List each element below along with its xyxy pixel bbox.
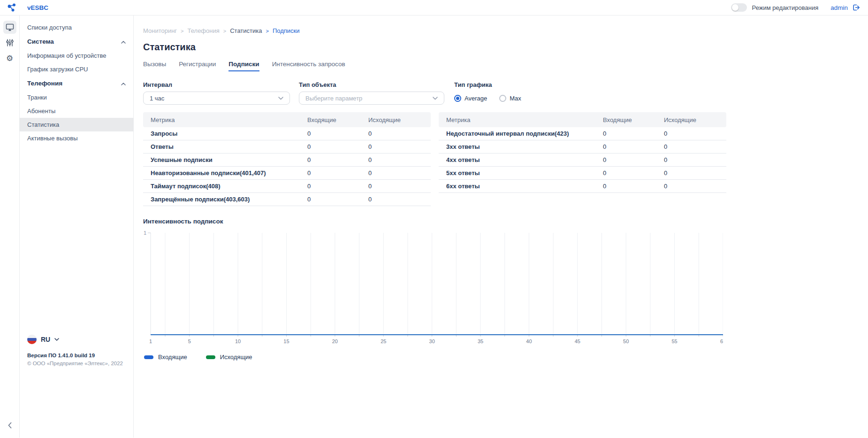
incoming-value: 0 <box>307 130 368 137</box>
table-row: Ответы00 <box>143 140 431 154</box>
svg-text:1: 1 <box>149 338 152 344</box>
copyright: © ООО «Предприятие «Элтекс», 2022 <box>27 361 126 366</box>
language-label: RU <box>41 336 50 343</box>
table-row: Запрещённые подписки(403,603)00 <box>143 193 431 206</box>
chart-svg: 1151015202530354045505560 <box>143 230 723 344</box>
graph-type-radio-max[interactable]: Max <box>499 95 521 102</box>
metric-name: Недостаточный интервал подписки(423) <box>439 130 603 137</box>
breadcrumb-item[interactable]: Подписки <box>273 27 300 34</box>
edit-mode-toggle[interactable] <box>731 3 747 12</box>
sidebar-item-label: Абоненты <box>27 108 55 115</box>
graph-type-radio-average[interactable]: Average <box>454 95 487 102</box>
sidebar-item-информация-об-устройстве[interactable]: Информация об устройстве <box>20 49 133 62</box>
sidebar-item-график-загрузки-cpu[interactable]: График загрузки CPU <box>20 62 133 76</box>
sidebar-item-транки[interactable]: Транки <box>20 91 133 104</box>
tab-вызовы[interactable]: Вызовы <box>143 61 166 71</box>
logout-icon[interactable] <box>852 3 860 12</box>
outgoing-value: 0 <box>368 143 431 150</box>
sidebar-nav: Списки доступаСистемаИнформация об устро… <box>20 21 133 145</box>
legend-label: Входящие <box>158 353 187 361</box>
column-header-incoming: Входящие <box>603 116 664 123</box>
table-row: 3хх ответы00 <box>439 140 726 154</box>
sidebar-item-активные-вызовы[interactable]: Активные вызовы <box>20 131 133 145</box>
breadcrumb-item[interactable]: Телефония <box>188 27 220 34</box>
sidebar-item-label: Телефония <box>27 80 62 87</box>
outgoing-value: 0 <box>368 196 431 203</box>
outgoing-value: 0 <box>368 183 431 190</box>
sidebar-item-label: Система <box>27 38 54 45</box>
monitor-icon[interactable] <box>3 21 16 34</box>
radio-label: Max <box>510 95 521 102</box>
incoming-value: 0 <box>603 130 664 137</box>
sidebar-bottom: RU Версия ПО 1.41.0 build 19 © ООО «Пред… <box>20 335 133 438</box>
column-header-incoming: Входящие <box>307 116 368 123</box>
interval-select[interactable]: 1 час <box>143 92 290 105</box>
chart-title: Интенсивность подписок <box>143 218 857 225</box>
svg-text:15: 15 <box>283 338 289 344</box>
icon-rail: ⚙ <box>0 15 20 438</box>
graph-type-label: Тип графика <box>454 81 857 88</box>
svg-text:10: 10 <box>235 338 241 344</box>
table-header-row: МетрикаВходящиеИсходящие <box>143 112 431 127</box>
breadcrumb-item[interactable]: Мониторинг <box>143 27 177 34</box>
sidebar-item-списки-доступа[interactable]: Списки доступа <box>20 21 133 34</box>
sidebar-item-label: Списки доступа <box>27 24 72 31</box>
breadcrumb-item[interactable]: Статистика <box>230 27 262 34</box>
legend-item-входящие[interactable]: Входящие <box>144 353 187 361</box>
outgoing-value: 0 <box>368 169 431 177</box>
gear-icon[interactable]: ⚙ <box>3 52 16 65</box>
chevron-up-icon <box>121 38 126 45</box>
legend-item-исходящие[interactable]: Исходящие <box>206 353 252 361</box>
breadcrumb: Мониторинг>Телефония>Статистика>Подписки <box>143 27 857 34</box>
toggle-knob <box>732 4 739 11</box>
table-row: Запросы00 <box>143 127 431 140</box>
incoming-value: 0 <box>307 156 368 163</box>
metric-name: Запросы <box>143 130 307 137</box>
table-row: Таймаут подписок(408)00 <box>143 180 431 193</box>
table-row: Неавторизованные подписки(401,407)00 <box>143 167 431 180</box>
sidebar-item-label: График загрузки CPU <box>27 66 88 73</box>
sidebar-item-label: Транки <box>27 94 47 101</box>
tab-регистрации[interactable]: Регистрации <box>179 61 216 71</box>
incoming-value: 0 <box>307 169 368 177</box>
outgoing-value: 0 <box>664 156 726 163</box>
svg-text:20: 20 <box>332 338 338 344</box>
collapse-sidebar-chevron-left-icon[interactable] <box>0 422 20 430</box>
tabs: ВызовыРегистрацииПодпискиИнтенсивность з… <box>143 61 857 71</box>
interval-label: Интервал <box>143 81 290 88</box>
sidebar-item-абоненты[interactable]: Абоненты <box>20 104 133 118</box>
column-header-metric: Метрика <box>143 116 307 123</box>
object-type-placeholder: Выберите параметр <box>305 95 362 102</box>
sidebar-item-статистика[interactable]: Статистика <box>20 118 133 131</box>
breadcrumb-separator: > <box>223 28 226 34</box>
subscriptions-intensity-chart: 1151015202530354045505560 <box>143 230 857 345</box>
sidebar-item-телефония[interactable]: Телефония <box>20 76 133 91</box>
sidebar-item-label: Информация об устройстве <box>27 52 106 59</box>
username[interactable]: admin <box>830 4 848 11</box>
sliders-icon[interactable] <box>3 36 16 49</box>
svg-text:35: 35 <box>478 338 483 344</box>
legend-color-pill <box>206 355 215 359</box>
breadcrumb-separator: > <box>266 28 269 34</box>
incoming-value: 0 <box>603 169 664 177</box>
column-header-metric: Метрика <box>439 116 603 123</box>
table-row: 6хх ответы00 <box>439 180 726 193</box>
tab-подписки[interactable]: Подписки <box>228 61 259 71</box>
sidebar-item-label: Активные вызовы <box>27 135 78 142</box>
chevron-down-icon <box>54 338 59 341</box>
sidebar-item-система[interactable]: Система <box>20 34 133 49</box>
russian-flag-icon <box>27 335 37 344</box>
tab-интенсивность-запросов[interactable]: Интенсивность запросов <box>272 61 345 71</box>
chevron-up-icon <box>121 80 126 87</box>
svg-text:50: 50 <box>623 338 629 344</box>
language-selector[interactable]: RU <box>27 335 126 344</box>
object-type-select[interactable]: Выберите параметр <box>299 92 444 105</box>
breadcrumb-separator: > <box>181 28 183 34</box>
edit-mode-label: Режим редактирования <box>752 4 819 11</box>
svg-text:25: 25 <box>381 338 386 344</box>
svg-text:30: 30 <box>429 338 435 344</box>
radio-circle-icon <box>499 95 506 102</box>
column-header-outgoing: Исходящие <box>664 116 726 123</box>
metric-name: Неавторизованные подписки(401,407) <box>143 169 307 177</box>
table-row: 5хх ответы00 <box>439 167 726 180</box>
